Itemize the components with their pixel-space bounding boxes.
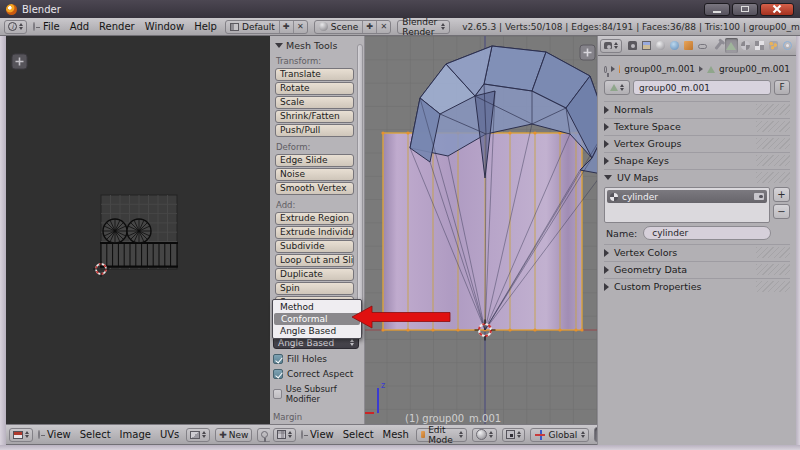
fill-holes-checkbox[interactable] — [273, 354, 283, 364]
panel-vertex-colors[interactable]: Vertex Colors — [604, 244, 790, 259]
use-subsurf-checkbox[interactable] — [273, 389, 282, 399]
panel-normals[interactable]: Normals — [604, 101, 790, 116]
collapse-menus-icon[interactable] — [33, 22, 35, 31]
tab-object-data[interactable] — [725, 38, 738, 53]
editor-type-button-uv[interactable] — [9, 428, 33, 442]
breadcrumb-object-name[interactable]: group00_m.001 — [624, 64, 695, 74]
new-image-button[interactable]: ✚New — [215, 428, 252, 442]
add-scene-button[interactable]: ✚ — [362, 21, 376, 33]
tab-material[interactable] — [739, 38, 752, 53]
minimize-button[interactable] — [704, 3, 730, 16]
tab-render-layers[interactable] — [640, 38, 653, 53]
uv-expand-plus-icon[interactable] — [12, 54, 27, 69]
push-pull-button[interactable]: Push/Pull — [275, 124, 354, 137]
correct-aspect-row[interactable]: Correct Aspect — [273, 369, 359, 379]
orientation-dropdown[interactable]: Global — [530, 428, 589, 442]
render-camera-icon[interactable] — [754, 193, 764, 200]
tool-shelf-scrollbar[interactable] — [357, 44, 363, 336]
close-button[interactable] — [760, 3, 794, 16]
tab-world[interactable] — [668, 38, 681, 53]
pin-icon[interactable] — [604, 66, 607, 73]
tab-modifiers[interactable] — [710, 38, 723, 53]
uv-image-editor[interactable] — [6, 36, 270, 424]
collapse-menus-icon[interactable] — [38, 430, 40, 439]
loop-cut-button[interactable]: Loop Cut and Slide — [275, 254, 354, 267]
panel-shape-keys[interactable]: Shape Keys — [604, 152, 790, 167]
v3d-menu-mesh[interactable]: Mesh — [381, 429, 411, 440]
select-mode-dropdown[interactable] — [502, 428, 525, 442]
breadcrumb-data-name[interactable]: group00_m.001 — [719, 64, 790, 74]
rotate-button[interactable]: Rotate — [275, 82, 354, 95]
spin-button[interactable]: Spin — [275, 282, 354, 295]
uv-island-cap-left[interactable] — [103, 219, 127, 243]
tab-scene[interactable] — [654, 38, 667, 53]
fill-holes-row[interactable]: Fill Holes — [273, 354, 359, 364]
tab-object[interactable] — [682, 38, 695, 53]
uv-island-strips[interactable] — [100, 242, 178, 268]
datablock-browse-button[interactable] — [604, 80, 630, 95]
use-subsurf-row[interactable]: Use Subsurf Modifier — [273, 384, 359, 404]
panel-geometry-data[interactable]: Geometry Data — [604, 261, 790, 276]
maximize-button[interactable] — [732, 3, 758, 16]
viewport-shading-dropdown[interactable] — [472, 428, 497, 442]
image-pin-button[interactable] — [257, 428, 270, 442]
uv-menu-view[interactable]: View — [45, 429, 73, 440]
menu-file[interactable]: File — [41, 21, 62, 32]
menu-help[interactable]: Help — [192, 21, 219, 32]
fake-user-button[interactable]: F — [774, 80, 790, 95]
tab-texture[interactable] — [753, 38, 766, 53]
remove-uv-map-button[interactable]: − — [773, 204, 790, 219]
tab-physics[interactable] — [781, 38, 794, 53]
extrude-individual-button[interactable]: Extrude Individual — [275, 226, 354, 239]
delete-scene-button[interactable]: ✕ — [376, 21, 390, 33]
duplicate-button[interactable]: Duplicate — [275, 268, 354, 281]
dropdown-option-angle-based[interactable]: Angle Based — [273, 325, 361, 337]
add-uv-map-button[interactable]: + — [773, 187, 790, 202]
panel-custom-properties[interactable]: Custom Properties — [604, 278, 790, 293]
mode-dropdown[interactable]: Edit Mode — [416, 428, 468, 442]
tab-constraints[interactable] — [696, 38, 709, 53]
shrink-fatten-button[interactable]: Shrink/Fatten — [275, 110, 354, 123]
render-engine-dropdown[interactable]: Blender Render — [397, 20, 450, 34]
dropdown-option-conformal[interactable]: Conformal — [274, 313, 360, 325]
correct-aspect-checkbox[interactable] — [273, 369, 283, 379]
image-browse-button[interactable] — [186, 428, 210, 442]
viewport-expand-plus-icon[interactable] — [580, 45, 595, 60]
delete-layout-button[interactable]: ✕ — [293, 21, 307, 33]
editor-type-button-info[interactable]: i — [4, 20, 27, 34]
v3d-menu-select[interactable]: Select — [341, 429, 376, 440]
v3d-menu-view[interactable]: View — [308, 429, 336, 440]
uv-maps-list[interactable]: cylinder — [604, 187, 770, 223]
tab-render[interactable] — [626, 38, 639, 53]
editor-type-button-3d[interactable] — [273, 428, 296, 442]
subdivide-button[interactable]: Subdivide — [275, 240, 354, 253]
panel-uv-maps[interactable]: UV Maps — [604, 169, 790, 184]
uv-island-cap-right[interactable] — [127, 219, 151, 243]
extrude-region-button[interactable]: Extrude Region — [275, 212, 354, 225]
mesh-tools-panel-header[interactable]: Mesh Tools — [275, 40, 354, 51]
menu-add[interactable]: Add — [68, 21, 91, 32]
add-layout-button[interactable]: ✚ — [279, 21, 293, 33]
datablock-name-field[interactable]: group00_m.001 — [633, 80, 771, 95]
tab-particles[interactable] — [767, 38, 780, 53]
translate-button[interactable]: Translate — [275, 68, 354, 81]
noise-button[interactable]: Noise — [275, 168, 354, 181]
uv-name-field[interactable]: cylinder — [643, 226, 771, 240]
screen-layout-selector[interactable]: Default ✚ ✕ — [225, 20, 308, 34]
collapse-menus-icon[interactable] — [301, 430, 303, 439]
uv-menu-uvs[interactable]: UVs — [158, 429, 181, 440]
panel-texture-space[interactable]: Texture Space — [604, 118, 790, 133]
uv-menu-select[interactable]: Select — [78, 429, 113, 440]
smooth-vertex-button[interactable]: Smooth Vertex — [275, 182, 354, 195]
manipulator-translate-button[interactable] — [594, 427, 597, 442]
panel-vertex-groups[interactable]: Vertex Groups — [604, 135, 790, 150]
uv-map-item-selected[interactable]: cylinder — [607, 190, 767, 203]
menu-render[interactable]: Render — [97, 21, 137, 32]
menu-window[interactable]: Window — [143, 21, 186, 32]
edge-slide-button[interactable]: Edge Slide — [275, 154, 354, 167]
scene-selector[interactable]: Scene ✚ ✕ — [314, 20, 391, 34]
updown-icon — [614, 42, 618, 49]
uv-menu-image[interactable]: Image — [118, 429, 153, 440]
scale-button[interactable]: Scale — [275, 96, 354, 109]
editor-type-button-properties[interactable] — [600, 39, 622, 53]
